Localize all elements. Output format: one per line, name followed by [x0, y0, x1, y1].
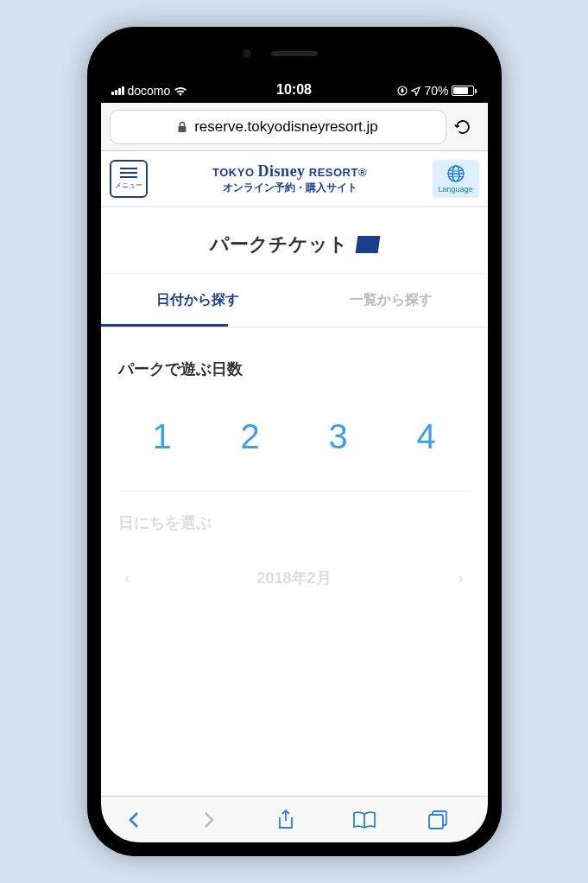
phone-speaker [271, 51, 318, 56]
day-option-3[interactable]: 3 [328, 417, 347, 456]
tab-by-date[interactable]: 日付から探す [101, 274, 294, 327]
day-options: 1 2 3 4 [118, 400, 471, 491]
location-icon [411, 86, 420, 96]
date-section-disabled: 日にちを選ぶ ‹ 2018年2月 › [118, 512, 471, 595]
chevron-right-icon [201, 810, 217, 830]
url-field[interactable]: reserve.tokyodisneyresort.jp [110, 110, 446, 144]
refresh-icon [453, 118, 472, 137]
search-tabs: 日付から探す 一覧から探す [101, 274, 488, 327]
section-divider [118, 491, 471, 492]
tabs-button[interactable] [427, 810, 462, 830]
svg-rect-1 [179, 126, 187, 132]
next-month-button[interactable]: › [458, 569, 464, 588]
menu-label: メニュー [115, 181, 142, 190]
day-option-4[interactable]: 4 [416, 417, 435, 456]
brand-line2: オンライン予約・購入サイト [148, 181, 433, 195]
safari-address-bar: reserve.tokyodisneyresort.jp [101, 103, 488, 151]
language-button[interactable]: Language [433, 160, 479, 198]
status-right: 70% [355, 84, 477, 98]
battery-icon [452, 86, 477, 96]
prev-month-button[interactable]: ‹ [125, 569, 130, 588]
main-content: パークで遊ぶ日数 1 2 3 4 日にちを選ぶ ‹ 2018年2月 › [101, 327, 488, 796]
phone-frame: docomo 10:08 70% reserve.tokyodisneyreso… [87, 27, 502, 856]
signal-icon [111, 86, 124, 95]
forward-button[interactable] [201, 810, 236, 830]
page-title: パークチケット [210, 232, 348, 257]
hamburger-icon [120, 168, 137, 178]
language-label: Language [438, 185, 472, 194]
tab-by-list[interactable]: 一覧から探す [294, 274, 488, 327]
month-label: 2018年2月 [256, 568, 331, 588]
safari-toolbar [101, 796, 488, 842]
day-option-1[interactable]: 1 [152, 417, 171, 456]
phone-screen: docomo 10:08 70% reserve.tokyodisneyreso… [101, 41, 488, 842]
ticket-icon [355, 236, 380, 253]
carrier-label: docomo [128, 84, 171, 98]
ios-status-bar: docomo 10:08 70% [101, 41, 488, 103]
lock-icon [177, 121, 187, 133]
menu-button[interactable]: メニュー [110, 160, 148, 198]
share-button[interactable] [276, 809, 311, 831]
battery-percent: 70% [424, 84, 448, 98]
chevron-left-icon [126, 810, 142, 830]
brand-line1: TOKYO Disney RESORT® [148, 162, 433, 181]
book-icon [352, 810, 376, 829]
date-section-title: 日にちを選ぶ [118, 512, 471, 533]
month-navigator: ‹ 2018年2月 › [118, 554, 471, 595]
globe-icon [446, 164, 465, 183]
back-button[interactable] [126, 810, 161, 830]
wifi-icon [174, 86, 187, 96]
url-text: reserve.tokyodisneyresort.jp [194, 118, 378, 136]
refresh-button[interactable] [453, 118, 479, 137]
tab-indicator [101, 324, 229, 327]
lock-rotation-icon [397, 86, 408, 96]
share-icon [276, 809, 295, 831]
days-section-title: パークで遊ぶ日数 [118, 359, 471, 379]
tabs-icon [427, 810, 448, 830]
page-title-bar: パークチケット [101, 207, 488, 274]
svg-rect-6 [429, 815, 443, 829]
brand-logo[interactable]: TOKYO Disney RESORT® オンライン予約・購入サイト [148, 162, 433, 195]
app-header: メニュー TOKYO Disney RESORT® オンライン予約・購入サイト … [101, 151, 488, 207]
day-option-2[interactable]: 2 [240, 417, 259, 456]
status-left: docomo [111, 84, 233, 98]
bookmarks-button[interactable] [352, 810, 387, 829]
phone-camera [243, 49, 251, 58]
clock: 10:08 [233, 82, 355, 98]
